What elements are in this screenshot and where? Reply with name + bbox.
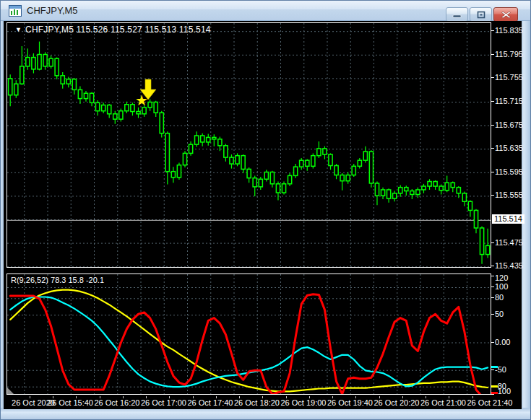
indicator-panel[interactable] (7, 274, 491, 395)
minimize-icon (452, 12, 462, 18)
window-title: CHFJPY,M5 (27, 5, 78, 16)
restore-button[interactable] (470, 7, 492, 22)
window-border-bottom[interactable] (1, 408, 531, 419)
window-border-right[interactable] (520, 1, 530, 420)
chart-window: CHFJPY,M5 (0, 0, 531, 420)
restore-icon (477, 11, 485, 19)
close-icon (501, 11, 511, 19)
titlebar[interactable]: CHFJPY,M5 (1, 1, 531, 21)
minimize-button[interactable] (446, 7, 468, 22)
close-button[interactable] (493, 7, 518, 22)
chart-icon (9, 5, 22, 17)
window-controls (446, 7, 519, 22)
main-chart-panel[interactable] (7, 22, 491, 268)
